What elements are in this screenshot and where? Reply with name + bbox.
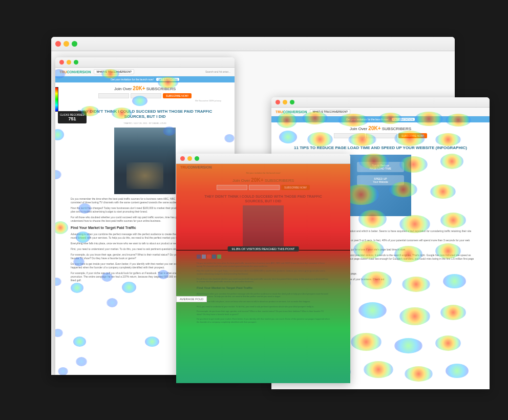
minimize-icon[interactable] (283, 100, 287, 104)
titlebar-1 (55, 57, 235, 68)
subscribe-prefix: Join Over (350, 127, 368, 131)
subscribe-section: Join Over 20K+ SUBSCRIBERS SUBSCRIBE NOW… (271, 122, 490, 141)
article-headline-3: 11 TIPS TO REDUCE PAGE LOAD TIME AND SPE… (287, 145, 474, 151)
scroll-depth-label[interactable]: 91.8% OF VISITORS REACHED THIS POINT (228, 246, 299, 251)
maximize-icon[interactable] (290, 100, 294, 104)
hero-image (114, 128, 176, 194)
minimize-icon[interactable] (64, 41, 69, 47)
close-icon[interactable] (55, 41, 61, 47)
linkedin-icon[interactable] (212, 255, 216, 259)
banner-text: Get your invitation for the launch now! (346, 118, 389, 121)
subscribe-count: 20K+ (133, 86, 145, 91)
paragraph: For all those who doubted whether you co… (197, 278, 330, 283)
email-input[interactable] (131, 93, 161, 98)
paragraph: For example, do you know their age, gend… (197, 310, 330, 316)
get-invitation-button[interactable]: GET INVITATION (392, 118, 415, 121)
whatsapp-icon[interactable] (217, 255, 221, 259)
subscribe-count: 20K+ (368, 125, 380, 131)
logo[interactable]: TRUCONVERSION (180, 165, 211, 169)
facebook-icon[interactable] (197, 255, 201, 259)
privacy-text: We Guarantee 100% privacy (58, 99, 231, 102)
logo[interactable]: TRUCONVERSION (276, 110, 307, 114)
get-invitation-button[interactable]: GET INVITATION (156, 78, 179, 81)
maximize-icon[interactable] (195, 156, 199, 161)
info-line: Your Website (359, 180, 402, 183)
google-icon[interactable] (207, 255, 211, 259)
logo[interactable]: TRUCONVERSION (59, 70, 91, 74)
titlebar-2 (176, 154, 350, 164)
subscribe-button[interactable]: SUBSCRIBE NOW! (398, 133, 427, 138)
paragraph: Do your best to get inside your market. … (197, 318, 330, 323)
maximize-icon[interactable] (72, 41, 77, 47)
close-icon[interactable] (59, 60, 64, 65)
email-input[interactable] (249, 185, 280, 190)
minimize-icon[interactable] (67, 60, 71, 65)
name-input[interactable] (217, 185, 247, 190)
heatmap-legend-icon (55, 87, 58, 112)
paragraph: Everything else falls into place, once w… (197, 300, 330, 303)
close-icon[interactable] (276, 100, 280, 104)
subscribe-suffix: SUBSCRIBERS (264, 178, 294, 183)
paragraph: Advertising is when you combine the perf… (197, 292, 330, 298)
infographic-image: Tips to Reduce PAGE LOAD TIME SPEED UP Y… (350, 155, 411, 216)
recordings-number: 751 (60, 116, 84, 121)
article-meta: TRAFFIC / JULY 28, 2015 · BY DANIEL LOUI… (71, 122, 219, 124)
banner-faded: Get your invitation for the launch now! (176, 171, 350, 175)
twitter-icon[interactable] (202, 255, 206, 259)
subscribe-count: 20K+ (251, 177, 263, 183)
subscribe-suffix: SUBSCRIBERS (381, 127, 412, 131)
subscribe-section: Join Over 20K+ SUBSCRIBERS SUBSCRIBE NOW… (55, 82, 235, 105)
subscribe-button[interactable]: SUBSCRIBE NOW! (281, 185, 310, 190)
article-headline-2: THEY DIDN'T THINK I COULD SUCCEED WITH T… (197, 194, 330, 203)
nav-what-is-button[interactable]: WHAT IS TRUCONVERSION? (310, 109, 350, 114)
info-line: PAGE LOAD TIME (359, 167, 402, 170)
email-input[interactable] (366, 133, 397, 138)
titlebar-3 (271, 97, 490, 108)
banner-text: Get your invitation for the launch now! (111, 78, 154, 81)
subscribe-suffix: SUBSCRIBERS (145, 87, 176, 91)
hero-image (243, 205, 284, 251)
name-input[interactable] (334, 133, 365, 138)
maximize-icon[interactable] (74, 60, 78, 65)
subscribe-button[interactable]: SUBSCRIBE NOW! (163, 93, 192, 98)
recordings-counter: CLICKS RECORDED 751 (58, 111, 87, 123)
subscribe-prefix: Join Over (114, 87, 133, 91)
nav-what-is-button[interactable]: WHAT IS TRUCONVERSION? (94, 69, 134, 74)
launch-banner: Get your invitation for the launch now! … (271, 116, 490, 122)
launch-banner: Get your invitation for the launch now! … (55, 76, 235, 82)
scroll-heatmap-window: TRUCONVERSION Get your invitation for th… (176, 154, 350, 383)
paragraph: Do you remember the time when the best p… (197, 262, 330, 267)
page-content-2: TRUCONVERSION Get your invitation for th… (176, 164, 350, 383)
paragraph: How the world has changed! Today new bus… (197, 269, 330, 275)
subscribe-prefix: Join Over (232, 178, 251, 183)
section-heading: Find Your Market to Target Paid Traffic (197, 286, 330, 289)
article-headline-1: THEY DIDN'T THINK I COULD SUCCEED WITH T… (71, 109, 219, 120)
name-input[interactable] (98, 93, 129, 98)
close-icon[interactable] (180, 156, 185, 161)
paragraph: First, you need to understand your marke… (197, 305, 330, 308)
search-input[interactable]: Search and hit enter... (205, 70, 230, 73)
minimize-icon[interactable] (187, 156, 192, 161)
average-fold-label: AVERAGE FOLD (176, 296, 207, 302)
main-titlebar (51, 37, 455, 51)
